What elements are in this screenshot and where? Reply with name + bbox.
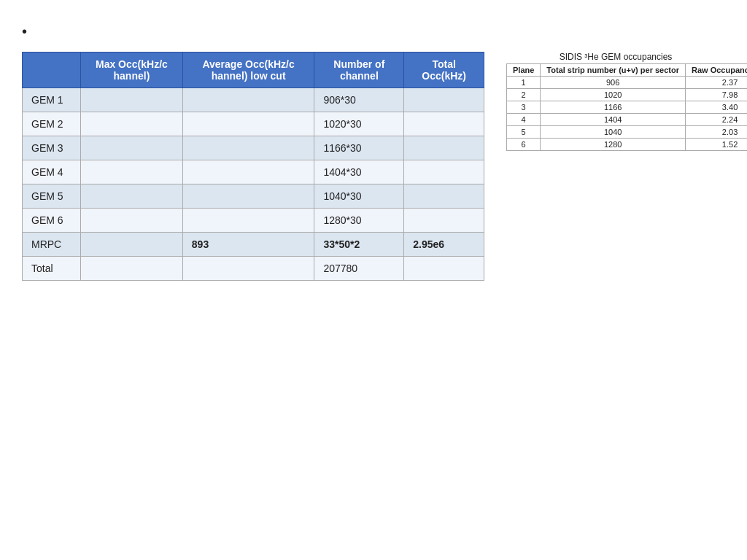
table-cell: 2.95e6 <box>404 233 484 257</box>
main-table-wrapper: Max Occ(kHz/c hannel) Average Occ(kHz/c … <box>22 52 484 281</box>
table-cell: 1280*30 <box>314 209 404 233</box>
table-cell <box>182 209 314 233</box>
table-cell <box>81 88 183 112</box>
side-table-row: 19062.37 <box>507 77 748 89</box>
table-cell: 893 <box>182 233 314 257</box>
table-row: MRPC89333*50*22.95e6 <box>23 233 484 257</box>
side-table-cell: 1020 <box>541 89 686 101</box>
table-cell <box>182 160 314 184</box>
content-area: Max Occ(kHz/c hannel) Average Occ(kHz/c … <box>22 52 725 281</box>
side-table-row: 414042.24 <box>507 114 748 126</box>
table-cell: MRPC <box>23 233 81 257</box>
table-row: GEM 51040*30 <box>23 184 484 209</box>
col-header-avg: Average Occ(kHz/c hannel) low cut <box>182 52 314 88</box>
table-cell: Total <box>23 257 81 281</box>
table-cell <box>404 184 484 209</box>
table-cell: 906*30 <box>314 88 404 112</box>
side-table-cell: 1280 <box>541 139 686 151</box>
table-row: GEM 31166*30 <box>23 136 484 160</box>
table-cell: GEM 5 <box>23 184 81 209</box>
side-table-cell: 1 <box>507 77 541 89</box>
bullet-point: • <box>22 23 27 40</box>
col-header-label <box>23 52 81 88</box>
table-cell: GEM 4 <box>23 160 81 184</box>
side-table-cell: 2.37 <box>686 77 748 89</box>
side-table-body: 19062.37210207.98311663.40414042.2451040… <box>507 77 748 151</box>
side-table-cell: 5 <box>507 126 541 139</box>
table-cell: 33*50*2 <box>314 233 404 257</box>
side-table-cell: 906 <box>541 77 686 89</box>
table-row: GEM 41404*30 <box>23 160 484 184</box>
table-cell: GEM 6 <box>23 209 81 233</box>
side-table-row: 210207.98 <box>507 89 748 101</box>
main-table-body: GEM 1906*30GEM 21020*30GEM 31166*30GEM 4… <box>23 88 484 281</box>
side-table-cell: 1166 <box>541 101 686 114</box>
table-cell <box>404 136 484 160</box>
table-cell: 207780 <box>314 257 404 281</box>
side-table-wrapper: SIDIS ³He GEM occupancies Plane Total st… <box>506 52 725 151</box>
side-table-row: 510402.03 <box>507 126 748 139</box>
side-table-cell: 7.98 <box>686 89 748 101</box>
main-table: Max Occ(kHz/c hannel) Average Occ(kHz/c … <box>22 52 484 281</box>
table-cell <box>404 209 484 233</box>
table-cell <box>404 112 484 136</box>
table-cell <box>404 257 484 281</box>
table-cell <box>81 184 183 209</box>
side-table-cell: 1040 <box>541 126 686 139</box>
side-table-title: SIDIS ³He GEM occupancies <box>506 52 725 62</box>
col-header-num: Number of channel <box>314 52 404 88</box>
side-col-plane: Plane <box>507 64 541 77</box>
side-table-cell: 2.03 <box>686 126 748 139</box>
table-cell: GEM 2 <box>23 112 81 136</box>
table-row: GEM 21020*30 <box>23 112 484 136</box>
table-cell <box>81 112 183 136</box>
side-table-cell: 3 <box>507 101 541 114</box>
table-cell <box>182 112 314 136</box>
table-cell <box>182 184 314 209</box>
side-table-cell: 1404 <box>541 114 686 126</box>
side-table-cell: 3.40 <box>686 101 748 114</box>
table-cell: 1404*30 <box>314 160 404 184</box>
subtitle-line: • <box>22 23 725 40</box>
table-row: GEM 61280*30 <box>23 209 484 233</box>
side-table-cell: 2.24 <box>686 114 748 126</box>
table-cell <box>81 209 183 233</box>
table-cell: GEM 3 <box>23 136 81 160</box>
table-cell <box>182 257 314 281</box>
side-table-cell: 2 <box>507 89 541 101</box>
side-table-header-row: Plane Total strip number (u+v) per secto… <box>507 64 748 77</box>
table-cell <box>81 160 183 184</box>
side-table: Plane Total strip number (u+v) per secto… <box>506 63 747 151</box>
side-col-strips: Total strip number (u+v) per sector <box>541 64 686 77</box>
col-header-total: Total Occ(kHz) <box>404 52 484 88</box>
table-cell: 1166*30 <box>314 136 404 160</box>
table-cell <box>81 257 183 281</box>
table-cell <box>182 88 314 112</box>
side-table-cell: 4 <box>507 114 541 126</box>
table-cell <box>404 160 484 184</box>
table-header-row: Max Occ(kHz/c hannel) Average Occ(kHz/c … <box>23 52 484 88</box>
side-col-occ: Raw Occupancy (%) <box>686 64 748 77</box>
table-cell: 1020*30 <box>314 112 404 136</box>
side-table-row: 311663.40 <box>507 101 748 114</box>
table-cell <box>182 136 314 160</box>
table-cell: GEM 1 <box>23 88 81 112</box>
side-table-cell: 1.52 <box>686 139 748 151</box>
table-cell <box>81 136 183 160</box>
table-cell <box>404 88 484 112</box>
table-row: Total207780 <box>23 257 484 281</box>
table-row: GEM 1906*30 <box>23 88 484 112</box>
col-header-max: Max Occ(kHz/c hannel) <box>81 52 183 88</box>
side-table-cell: 6 <box>507 139 541 151</box>
table-cell: 1040*30 <box>314 184 404 209</box>
table-cell <box>81 233 183 257</box>
side-table-row: 612801.52 <box>507 139 748 151</box>
